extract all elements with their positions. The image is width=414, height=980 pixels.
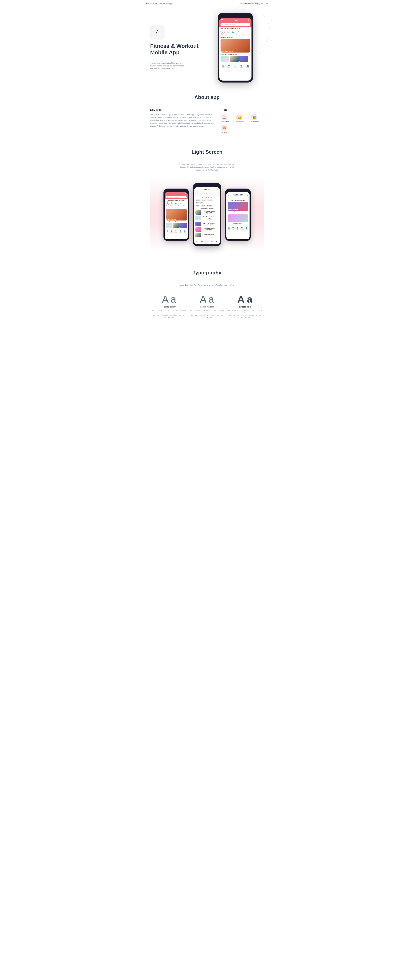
light-screen-subtitle: You can easily use light mode in this ap… — [178, 163, 236, 171]
role-grid: 🔬 Research 🔀 User Flow 🖼️ Wireframe 🎨 UI… — [221, 115, 264, 133]
sm-nav-home[interactable]: 🏠 Home — [166, 230, 169, 233]
essentials-thumb-1[interactable] — [221, 56, 229, 62]
search-browse-icon: 🔍 — [205, 241, 207, 242]
workout-more-4[interactable]: ⋮ — [217, 229, 219, 231]
nav-courses[interactable]: 📚 Courses — [240, 65, 244, 68]
sm-body: Add New Activities This Week 🚶 Walking 🚴… — [165, 199, 188, 229]
sm-search-input[interactable]: 🔍 Search for Courses — [166, 196, 187, 198]
activity-walking[interactable]: 🚶 Walking — [221, 30, 225, 35]
nav-browse[interactable]: 🔍 Browse — [233, 65, 237, 68]
workout-more-2[interactable]: ⋮ — [217, 217, 219, 219]
workout-thumb-1 — [196, 210, 201, 215]
workout-item-5[interactable]: Bent Knee Push ⏱ 30 · 250kal ⋮ — [196, 232, 219, 238]
sm-ess-1[interactable] — [166, 223, 172, 228]
nav-home[interactable]: 🏠 Home — [222, 65, 224, 68]
hero-description: A new music service with official albums… — [150, 62, 185, 70]
rev-nav-home[interactable]: 🏠 Home — [228, 227, 230, 230]
tag-sports[interactable]: Sports — [196, 199, 201, 201]
sm-home-icon: 🏠 — [166, 230, 168, 232]
reviews-more-icon[interactable]: ⋮ — [247, 195, 248, 196]
sm-profile-label: Profile — [184, 232, 186, 233]
search-nav-profile[interactable]: 👤 Profile — [215, 241, 218, 243]
search-profile-label: Profile — [215, 242, 218, 243]
workout-more-5[interactable]: ⋮ — [217, 234, 219, 236]
search-nav-courses[interactable]: 📚 Courses — [210, 241, 214, 243]
reviews-back-icon[interactable]: ← — [228, 195, 229, 196]
workout-more-1[interactable]: ⋮ — [217, 212, 219, 213]
essentials-thumb-2[interactable] — [230, 56, 239, 62]
tag-cross[interactable]: Cross — [201, 199, 206, 201]
typo-bold-lowercase: a b c d e f g h i j k l m n o p q r s t … — [229, 314, 261, 317]
tag-pillates[interactable]: Pillates — [207, 199, 213, 201]
search-bottom-nav: 🏠 Home ❤️ Health 🔍 Browse 📚 Courses — [194, 240, 220, 244]
sm-nav-health[interactable]: ❤️ Health — [170, 230, 173, 233]
tag-donut[interactable]: Donut Trump — [196, 202, 204, 204]
tag-business[interactable]: Business — [206, 205, 213, 207]
rev-nav-heart-active[interactable]: ❤️ Saved — [236, 227, 239, 230]
workout-item-2[interactable]: Side Plank with Bent Knee ⏱ 30 · 250kal … — [196, 215, 219, 221]
rev-health-label: Health — [232, 229, 234, 230]
search-nav-health[interactable]: ❤️ Health — [200, 241, 203, 243]
back-arrow-icon[interactable]: ← — [196, 188, 197, 190]
rev-profile-label: Profile — [245, 229, 248, 230]
nav-health[interactable]: ❤️ Health — [228, 65, 230, 68]
search-nav-home[interactable]: 🏠 Home — [196, 241, 198, 243]
nav-home-label: Home — [222, 67, 224, 68]
sm-featured-card[interactable]: Full All Body Workout — [166, 209, 187, 221]
rev-nav-health[interactable]: ❤️ Health — [232, 227, 234, 230]
sm-act-cycling[interactable]: 🚴 Cycling — [170, 202, 173, 207]
research-label: Research — [221, 121, 229, 123]
workout-more-3[interactable]: ⋮ — [217, 223, 219, 225]
rev-nav-courses[interactable]: 📚 Courses — [240, 227, 244, 230]
workout-item-3[interactable]: Bent Knee Pushup ⏱ 30 · 306kal ⋮ — [196, 221, 219, 227]
workout-name-2: Side Plank with Bent Knee — [202, 216, 216, 219]
workout-info-5: Bent Knee Push ⏱ 30 · 250kal — [202, 234, 216, 237]
featured-card[interactable]: Full All Body Workout — [221, 39, 250, 52]
phones-showcase: ☰ Home 🔔 🔍 Search for Courses Add New Ac… — [150, 177, 264, 252]
cycling-label: Cycling — [226, 34, 229, 35]
search-box-icon: 🔍 — [197, 193, 199, 195]
sm-nav-profile[interactable]: 👤 Profile — [184, 230, 186, 233]
typography-subtitle: Used Open Sans Font Family, generally us… — [178, 283, 236, 286]
sm-nav-courses[interactable]: 📚 Courses — [179, 230, 182, 233]
typo-medium-lowercase: a b c d e f g h i j k l m n o p q r s t … — [191, 314, 223, 317]
svg-point-0 — [153, 29, 160, 35]
uidesign-label: UI Design — [221, 131, 229, 133]
sm-act-swim[interactable]: 🏊 Swiimng — [174, 202, 178, 207]
review-image-1[interactable]: Singing-leg squats — [228, 202, 248, 211]
tag-travel[interactable]: Travel — [201, 205, 205, 207]
role-research: 🔬 Research — [221, 115, 234, 123]
activity-cycling[interactable]: 🚴 Cycling — [226, 30, 230, 35]
activity-swimming[interactable]: 🏊 Swimming — [231, 30, 235, 35]
rev-nav-profile[interactable]: 👤 Profile — [245, 227, 248, 230]
sm-act-run[interactable]: 🏃 Running — [178, 202, 182, 207]
nav-profile[interactable]: 👤 Profile — [247, 65, 249, 68]
typo-medium-sample: A a — [200, 294, 214, 304]
sm-act-add[interactable]: + Add — [182, 202, 186, 207]
workout-info-1: Push-up with Single-leg Raise ⏱ 30 · 306… — [202, 210, 216, 215]
rating-row: ★★★★★ 4.5 — [230, 196, 246, 198]
search-bell-icon[interactable]: 🔔 — [217, 188, 219, 190]
role-wireframe: 🖼️ Wireframe — [251, 115, 264, 123]
review-img-label-1: Singing-leg squats — [228, 209, 238, 210]
essentials-thumb-3[interactable] — [239, 56, 248, 62]
review-image-2[interactable] — [228, 215, 248, 222]
tag-yoga[interactable]: Yoga — [196, 205, 200, 207]
wireframe-icon: 🖼️ — [251, 115, 257, 120]
search-input-box[interactable]: 🔍 Search for Courses — [196, 192, 219, 196]
rating-number: 4.5 — [236, 196, 238, 197]
activity-add[interactable]: + Add — [241, 30, 245, 35]
sm-ess-2[interactable] — [173, 223, 180, 228]
sm-act-walking[interactable]: 🚶 Walking — [166, 202, 169, 207]
typo-medium-uppercase: A B C D E F G H I J K L M N O P Q R S T … — [188, 310, 226, 314]
sm-nav-browse[interactable]: 🔍 Browse — [174, 230, 177, 233]
activities-title: Add New Activities This Week — [221, 27, 250, 29]
activity-running[interactable]: 🏃 Running — [236, 30, 240, 35]
search-bar-area: 🔍 Search for Courses — [219, 22, 252, 27]
search-placeholder[interactable]: Search for Courses — [225, 24, 236, 25]
workout-item-1[interactable]: Push-up with Single-leg Raise ⏱ 30 · 306… — [196, 210, 219, 215]
workout-item-4[interactable]: Bent-Knee Sit-up / Crunches ⏱ 30 · 259ka… — [196, 227, 219, 232]
popular-title: Popular Free Courses — [196, 208, 219, 209]
sm-ess-3[interactable] — [180, 223, 187, 228]
search-nav-browse[interactable]: 🔍 Browse — [205, 241, 208, 243]
